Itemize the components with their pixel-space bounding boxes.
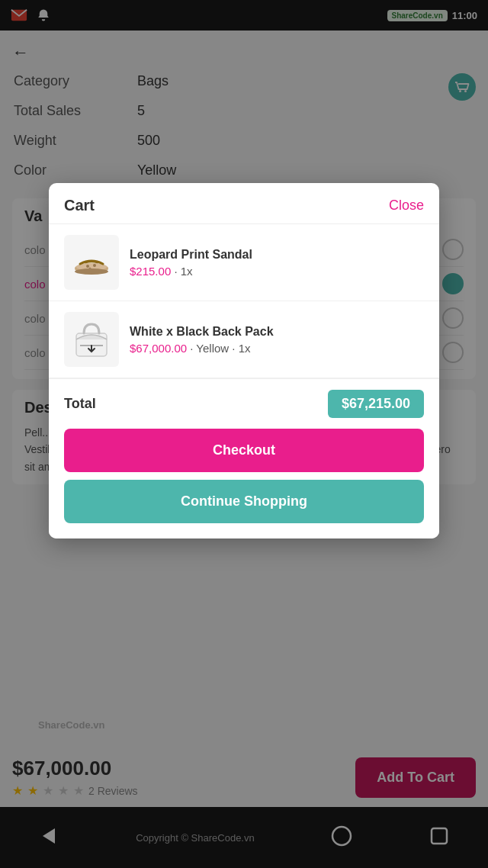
bag-price-row: $67,000.00 · Yellow · 1x	[130, 342, 424, 355]
sandal-price: $215.00	[130, 265, 171, 278]
cart-item-bag: White x Black Back Pack $67,000.00 · Yel…	[49, 301, 439, 378]
svg-point-10	[86, 265, 89, 268]
bag-name: White x Black Back Pack	[130, 325, 424, 339]
bag-price: $67,000.00	[130, 342, 187, 355]
bag-image	[64, 312, 119, 367]
svg-point-11	[93, 264, 96, 267]
total-row: Total $67,215.00	[64, 390, 424, 418]
cart-item-sandal: Leopard Print Sandal $215.00 · 1x	[49, 224, 439, 301]
cart-modal-title: Cart	[64, 197, 95, 214]
continue-shopping-button[interactable]: Continue Shopping	[64, 480, 424, 523]
cart-modal-header: Cart Close	[49, 183, 439, 224]
sandal-name: Leopard Print Sandal	[130, 248, 424, 262]
sandal-price-row: $215.00 · 1x	[130, 265, 424, 278]
sandal-info: Leopard Print Sandal $215.00 · 1x	[130, 248, 424, 278]
total-label: Total	[64, 396, 96, 412]
bag-info: White x Black Back Pack $67,000.00 · Yel…	[130, 325, 424, 355]
bag-detail: · Yellow · 1x	[190, 342, 250, 355]
checkout-button[interactable]: Checkout	[64, 429, 424, 472]
svg-point-13	[75, 268, 108, 275]
sandal-detail: · 1x	[174, 265, 192, 278]
cart-footer: Total $67,215.00 Checkout Continue Shopp…	[49, 378, 439, 538]
total-value: $67,215.00	[328, 390, 424, 418]
sandal-image	[64, 235, 119, 290]
close-button[interactable]: Close	[389, 198, 424, 214]
cart-modal: Cart Close Leopard Print Sa	[49, 183, 439, 538]
